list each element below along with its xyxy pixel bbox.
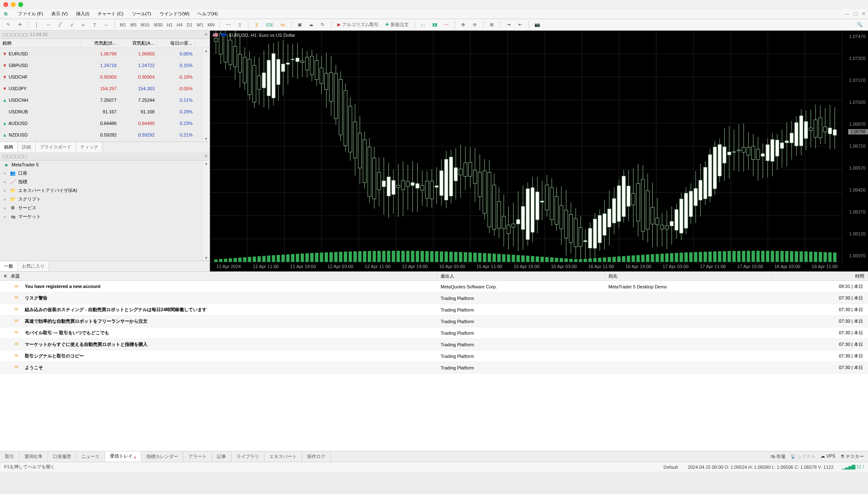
maximize-window-btn[interactable] <box>18 2 23 7</box>
nav-root[interactable]: ◆MetaTrader 5 <box>0 161 210 169</box>
market-row[interactable]: ▼ GBPUSD1.247181.247220.15% <box>0 60 210 71</box>
col-change[interactable]: 毎日の変... <box>157 40 195 46</box>
message-row[interactable]: ✉リスク警告Trading Platform07:30 | 本日 <box>0 293 868 304</box>
mw-tab[interactable]: ティック <box>76 142 103 152</box>
menu-tools[interactable]: ツール(T) <box>132 11 151 17</box>
bottom-tab[interactable]: エキスパート <box>265 452 302 461</box>
panel-close-icon[interactable]: ✕ <box>204 32 208 37</box>
col-symbol[interactable]: 銘柄 <box>0 40 81 46</box>
shift-end-icon[interactable]: ⇥ <box>504 20 514 29</box>
bottom-tab[interactable]: 運用比率 <box>19 452 48 461</box>
buy-icon[interactable]: ↑↓ <box>418 20 428 29</box>
new-order-btn[interactable]: ✚新規注文 <box>383 20 411 29</box>
nav-item[interactable]: +📈指標 <box>0 177 210 186</box>
col-from[interactable]: 差出人 <box>437 273 605 279</box>
vline-tool-icon[interactable]: │ <box>32 20 42 29</box>
menu-help[interactable]: ヘルプ(H) <box>198 11 217 17</box>
bottom-link[interactable]: 📡 シグナル <box>790 453 816 460</box>
panel-close-icon[interactable]: ✕ <box>204 153 208 159</box>
scroll-up-icon[interactable]: ▴ <box>205 48 207 53</box>
nav-tab[interactable]: お気に入り <box>18 261 49 271</box>
activity-icon[interactable]: 〰 <box>441 20 451 29</box>
bottom-tab[interactable]: 指標カレンダー <box>141 452 184 461</box>
bottom-tab[interactable]: 記事 <box>212 452 231 461</box>
mdi-maximize-icon[interactable]: ▢ <box>854 11 858 17</box>
ide-btn[interactable]: IDE <box>263 20 276 29</box>
message-row[interactable]: ✉ようこそTrading Platform07:30 | 本日 <box>0 362 868 374</box>
bottom-link[interactable]: ⚗ テスター <box>840 453 864 460</box>
bottom-tab[interactable]: アラート <box>184 452 212 461</box>
fibo-tool-icon[interactable]: ≡ <box>78 20 88 29</box>
scroll-up-icon[interactable]: ▴ <box>205 161 207 166</box>
market-row[interactable]: ▲ NZDUSD0.592820.592920.21% <box>0 129 210 141</box>
mdi-minimize-icon[interactable]: — <box>845 11 849 17</box>
message-row[interactable]: ✉組み込みの仮装ホスティング - 自動売買ロボットとシグナルは毎日24時間稼働し… <box>0 304 868 316</box>
close-window-btn[interactable] <box>3 2 8 7</box>
connection-icon[interactable]: ▁▃▅▇ 11 / <box>842 464 864 470</box>
market-row[interactable]: ▼ USDJPY154.297154.303-0.05% <box>0 83 210 94</box>
menu-window[interactable]: ウインドウ(W) <box>160 11 190 17</box>
text-tool-icon[interactable]: T <box>90 20 100 29</box>
crosshair-tool-icon[interactable]: ✛ <box>15 20 25 29</box>
bottom-tab[interactable]: 口座履歴 <box>48 452 76 461</box>
menu-insert[interactable]: 挿入(I) <box>76 11 89 17</box>
terminal-icon[interactable]: ▣ <box>295 20 305 29</box>
grid-icon[interactable]: ⊞ <box>487 20 497 29</box>
message-row[interactable]: ✉取引シグナルと取引のコピーTrading Platform07:30 | 本日 <box>0 350 868 362</box>
nav-item[interactable]: +📁スクリプト <box>0 195 210 204</box>
mw-tab[interactable]: プライスボード <box>36 142 76 152</box>
message-row[interactable]: ✉You have registered a new accountMetaQu… <box>0 281 868 293</box>
chart-area[interactable]: 🇺🇸 🇪🇺 EURUSD, H1: Euro vs US Dollar 1.07… <box>210 31 868 271</box>
bottom-tab-inbox[interactable]: 受信トレイ 8 <box>105 451 141 461</box>
nav-item[interactable]: +⚙サービス <box>0 204 210 212</box>
nav-tab[interactable]: 一般 <box>0 261 18 271</box>
market-row[interactable]: ▼ EURUSD1.067981.068000.06% <box>0 48 210 60</box>
bottom-tab[interactable]: ニュース <box>76 452 105 461</box>
col-bid[interactable]: 売気配(B... <box>81 40 119 46</box>
timeframe-M1[interactable]: M1 <box>118 22 128 28</box>
market-row[interactable]: ▲ AUDUSD0.644860.644900.23% <box>0 118 210 129</box>
message-row[interactable]: ✉マーケットからすぐに使える自動売買ロボットと指標を購入Trading Plat… <box>0 339 868 350</box>
chart-candle-icon[interactable]: ▯ <box>235 20 245 29</box>
bottom-link[interactable]: ☁ VPS <box>820 453 835 460</box>
menu-chart[interactable]: チャート (C) <box>98 11 123 17</box>
cloud-icon[interactable]: ☁ <box>306 20 316 29</box>
hline-tool-icon[interactable]: ─ <box>43 20 53 29</box>
col-to[interactable]: 宛先 <box>605 273 773 279</box>
timeframe-D1[interactable]: D1 <box>185 22 194 28</box>
nav-item[interactable]: +🛍マーケット <box>0 212 210 221</box>
message-row[interactable]: ✉高速で効率的な自動売買ロボットをフリーランサーから注文Trading Plat… <box>0 316 868 327</box>
search-icon[interactable]: 🔍 <box>855 20 865 29</box>
timeframe-W1[interactable]: W1 <box>195 22 205 28</box>
nav-item[interactable]: +👥口座 <box>0 169 210 177</box>
zoom-in-icon[interactable]: ⊕ <box>458 20 468 29</box>
candles-icon[interactable]: ▮▮ <box>430 20 440 29</box>
market-row[interactable]: USDRUB91.16791.1680.29% <box>0 106 210 118</box>
bottom-tab[interactable]: ライブラリ <box>231 452 265 461</box>
mw-tab[interactable]: 銘柄 <box>0 142 18 152</box>
mdi-close-icon[interactable]: ✕ <box>862 11 866 17</box>
bottom-tab[interactable]: 操作ログ <box>302 452 331 461</box>
timeframe-H1[interactable]: H1 <box>165 22 174 28</box>
chart-line-icon[interactable]: 〰 <box>223 20 233 29</box>
screenshot-icon[interactable]: 📷 <box>532 20 542 29</box>
timeframe-H4[interactable]: H4 <box>175 22 184 28</box>
timeframe-M15[interactable]: M15 <box>139 22 151 28</box>
market-row[interactable]: ▼ USDCHF0.909000.90904-0.18% <box>0 71 210 83</box>
cursor-tool-icon[interactable]: ↖ <box>3 20 13 29</box>
sync-icon[interactable]: ↻ <box>318 20 328 29</box>
objects-tool-icon[interactable]: ◦◦ <box>101 20 111 29</box>
message-row[interactable]: ✉モバイル取引 — 取引をいつでもどこでもTrading Platform07:… <box>0 327 868 339</box>
scroll-down-icon[interactable]: ▾ <box>205 255 207 261</box>
menu-file[interactable]: ファイル (F) <box>18 11 43 17</box>
market-row[interactable]: ▲ USDCNH7.250777.252440.11% <box>0 94 210 106</box>
col-subject[interactable]: 表題 <box>7 273 437 279</box>
col-ask[interactable]: 買気配(A... <box>119 40 157 46</box>
mw-tab[interactable]: 詳細 <box>18 142 36 152</box>
equidistant-tool-icon[interactable]: ⫽ <box>67 20 76 29</box>
dollar-icon[interactable]: $ <box>252 20 262 29</box>
trendline-tool-icon[interactable]: ╱ <box>55 20 65 29</box>
bottom-tab[interactable]: 取引 <box>0 452 19 461</box>
menu-view[interactable]: 表示 (V) <box>51 11 68 17</box>
minimize-window-btn[interactable] <box>11 2 16 7</box>
